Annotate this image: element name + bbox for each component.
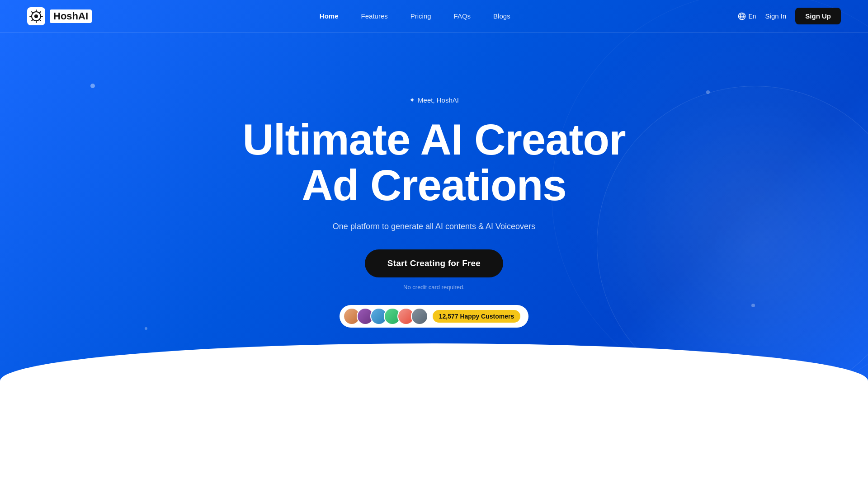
no-credit-label: No credit card required. — [403, 284, 465, 291]
meet-badge: ✦ Meet, HoshAI — [409, 96, 459, 104]
nav-links: Home Features Pricing FAQs Blogs — [320, 12, 510, 20]
hero-section: ✦ Meet, HoshAI Ultimate AI Creator Ad Cr… — [0, 33, 868, 328]
navbar: HoshAI Home Features Pricing FAQs Blogs … — [0, 0, 868, 33]
logo-link[interactable]: HoshAI — [27, 7, 92, 25]
globe-icon — [738, 12, 746, 20]
nav-faqs[interactable]: FAQs — [454, 12, 471, 20]
customers-text-wrap: 12,577 Happy Customers — [433, 310, 521, 323]
nav-blogs[interactable]: Blogs — [493, 12, 510, 20]
logo-icon — [27, 7, 45, 25]
hero-subtitle: One platform to generate all AI contents… — [333, 222, 535, 231]
avatar-6 — [411, 308, 428, 325]
bg-bottom-wave — [0, 343, 868, 488]
cta-button[interactable]: Start Creating for Free — [365, 249, 503, 277]
avatars-group — [343, 308, 428, 325]
customers-count-text: 12,577 Happy Customers — [439, 313, 514, 320]
hero-title: Ultimate AI Creator Ad Creations — [243, 117, 626, 208]
bg-dot-bl — [145, 327, 147, 330]
nav-right: En Sign In Sign Up — [738, 8, 841, 24]
signup-button[interactable]: Sign Up — [795, 8, 841, 24]
logo-text: HoshAI — [50, 9, 92, 23]
hero-title-line2: Ad Creations — [243, 163, 626, 208]
meet-label: Meet, HoshAI — [418, 96, 459, 104]
svg-point-2 — [34, 14, 38, 18]
nav-pricing[interactable]: Pricing — [410, 12, 431, 20]
nav-home[interactable]: Home — [320, 12, 339, 20]
sparkle-icon: ✦ — [409, 96, 415, 104]
signin-link[interactable]: Sign In — [765, 12, 787, 20]
hero-title-line1: Ultimate AI Creator — [243, 115, 626, 164]
lang-selector[interactable]: En — [738, 12, 756, 20]
customers-badge: 12,577 Happy Customers — [340, 305, 529, 328]
nav-features[interactable]: Features — [361, 12, 388, 20]
lang-label: En — [748, 13, 756, 20]
